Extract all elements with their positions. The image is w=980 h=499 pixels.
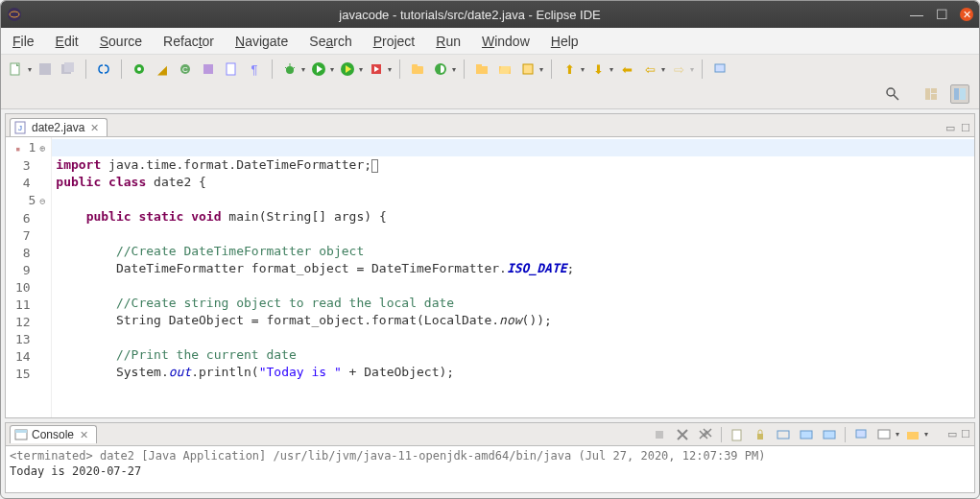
console-display-icon[interactable]: [874, 425, 894, 444]
main-toolbar: ▾ ◢ C ¶ ▾ ▾ ▾ ▾ ▾ ▾ ⬆▾ ⬇▾ ⬅ ⇦▾ ⇨▾: [1, 55, 979, 109]
last-edit-button[interactable]: ⬅: [617, 59, 636, 79]
ext-tools-button[interactable]: [367, 59, 386, 79]
new-button[interactable]: [7, 59, 26, 79]
ext-tools-dropdown[interactable]: ▾: [388, 65, 392, 74]
svg-rect-45: [856, 430, 866, 438]
console-maximize-icon[interactable]: ☐: [961, 428, 970, 440]
svg-rect-11: [203, 64, 213, 74]
console-status-line: <terminated> date2 [Java Application] /u…: [10, 448, 970, 463]
save-button[interactable]: [36, 59, 55, 79]
back-dropdown[interactable]: ▾: [661, 65, 665, 74]
open-perspective-button[interactable]: [921, 84, 941, 104]
console-tab-label: Console: [32, 428, 74, 441]
line-number-gutter: ▪1⊕ 3 4 5⊖ 6 7 8 9 10 11 12 13 14 15: [6, 137, 52, 417]
svg-rect-21: [412, 64, 418, 67]
run-dropdown[interactable]: ▾: [330, 65, 334, 74]
next-annotation-button[interactable]: ⬇: [588, 59, 608, 79]
console-scroll-lock-icon[interactable]: [751, 425, 770, 444]
build-button[interactable]: ◢: [153, 59, 172, 79]
console-minimize-icon[interactable]: ▭: [947, 428, 957, 440]
main-menubar: File Edit Source Refactor Navigate Searc…: [1, 28, 979, 55]
new-java-package-button[interactable]: [431, 59, 450, 79]
console-show-standard-out-icon[interactable]: [797, 425, 816, 444]
java-perspective-button[interactable]: [950, 84, 969, 104]
menu-edit[interactable]: Edit: [50, 32, 84, 51]
console-show-standard-err-icon[interactable]: [820, 425, 839, 444]
menu-project[interactable]: Project: [368, 32, 421, 51]
forward-dropdown[interactable]: ▾: [690, 65, 694, 74]
menu-file[interactable]: File: [7, 32, 40, 51]
code-editor[interactable]: ▪1⊕ 3 4 5⊖ 6 7 8 9 10 11 12 13 14 15 imp…: [6, 137, 974, 417]
console-tab[interactable]: Console ✕: [10, 425, 97, 443]
window-title: javacode - tutorials/src/date2.java - Ec…: [30, 8, 910, 22]
console-word-wrap-icon[interactable]: [774, 425, 793, 444]
svg-rect-40: [732, 430, 741, 440]
svg-text:C: C: [182, 65, 188, 74]
window-close-button[interactable]: ✕: [960, 8, 973, 21]
window-maximize-button[interactable]: ☐: [935, 8, 948, 21]
open-folder-button[interactable]: [495, 59, 514, 79]
menu-window[interactable]: Window: [476, 32, 536, 51]
console-tab-close-icon[interactable]: ✕: [80, 429, 88, 441]
console-open-icon[interactable]: [903, 425, 922, 444]
console-open-dropdown[interactable]: ▾: [924, 430, 928, 439]
debug-button[interactable]: [280, 59, 299, 79]
menu-source[interactable]: Source: [94, 32, 148, 51]
prev-ann-dropdown[interactable]: ▾: [581, 65, 585, 74]
console-pane: Console ✕ ▾ ▾ ▭ ☐: [5, 422, 975, 493]
console-display-dropdown[interactable]: ▾: [896, 430, 899, 439]
svg-text:J: J: [18, 124, 22, 132]
open-project-button[interactable]: [472, 59, 491, 79]
svg-line-16: [293, 67, 295, 69]
console-clear-icon[interactable]: [728, 425, 747, 444]
editor-maximize-icon[interactable]: ☐: [961, 122, 970, 134]
console-remove-icon[interactable]: [673, 425, 692, 444]
new-package-dropdown[interactable]: ▾: [452, 65, 456, 74]
forward-button[interactable]: ⇨: [669, 59, 688, 79]
menu-refactor[interactable]: Refactor: [157, 32, 220, 51]
open-type-button[interactable]: C: [176, 59, 195, 79]
svg-point-13: [286, 66, 294, 74]
editor-tab-close-icon[interactable]: ✕: [90, 122, 99, 134]
editor-pane: J date2.java ✕ ▭ ☐ ▪1⊕ 3 4 5⊖ 6 7 8 9: [5, 113, 975, 418]
editor-tab-date2[interactable]: J date2.java ✕: [10, 118, 108, 136]
new-dropdown[interactable]: ▾: [28, 65, 32, 74]
menu-run[interactable]: Run: [430, 32, 466, 51]
open-task-button[interactable]: [518, 59, 538, 79]
svg-point-8: [137, 67, 141, 71]
svg-point-28: [887, 88, 895, 96]
new-java-project-button[interactable]: [408, 59, 427, 79]
console-remove-all-icon[interactable]: [696, 425, 715, 444]
prev-annotation-button[interactable]: ⬆: [560, 59, 579, 79]
menu-navigate[interactable]: Navigate: [229, 32, 294, 51]
next-ann-dropdown[interactable]: ▾: [610, 65, 613, 74]
console-pin-icon[interactable]: [851, 425, 871, 444]
link-editor-button[interactable]: [94, 59, 113, 79]
debug-dropdown[interactable]: ▾: [301, 65, 305, 74]
debug-tool-button[interactable]: [130, 59, 149, 79]
save-all-button[interactable]: [59, 59, 78, 79]
new-package-button[interactable]: [199, 59, 218, 79]
console-icon: [14, 428, 28, 441]
source-code-area[interactable]: import java.time.format.DateTimeFormatte…: [52, 137, 974, 417]
run-button[interactable]: [309, 59, 328, 79]
svg-rect-20: [412, 66, 423, 74]
window-minimize-button[interactable]: —: [910, 8, 923, 21]
open-task-dropdown[interactable]: ▾: [539, 65, 543, 74]
new-class-button[interactable]: [222, 59, 241, 79]
editor-minimize-icon[interactable]: ▭: [945, 122, 955, 134]
menu-search[interactable]: Search: [303, 32, 357, 51]
svg-rect-32: [931, 94, 937, 100]
coverage-dropdown[interactable]: ▾: [359, 65, 363, 74]
coverage-button[interactable]: [338, 59, 357, 79]
svg-rect-41: [757, 434, 763, 440]
toggle-para-button[interactable]: ¶: [245, 59, 264, 79]
svg-rect-46: [878, 430, 890, 439]
search-icon[interactable]: [883, 84, 902, 104]
menu-help[interactable]: Help: [545, 32, 585, 51]
back-button[interactable]: ⇦: [640, 59, 659, 79]
console-output[interactable]: <terminated> date2 [Java Application] /u…: [6, 446, 974, 492]
pin-editor-button[interactable]: [710, 59, 729, 79]
svg-rect-39: [656, 431, 663, 439]
console-stop-icon[interactable]: [650, 425, 669, 444]
